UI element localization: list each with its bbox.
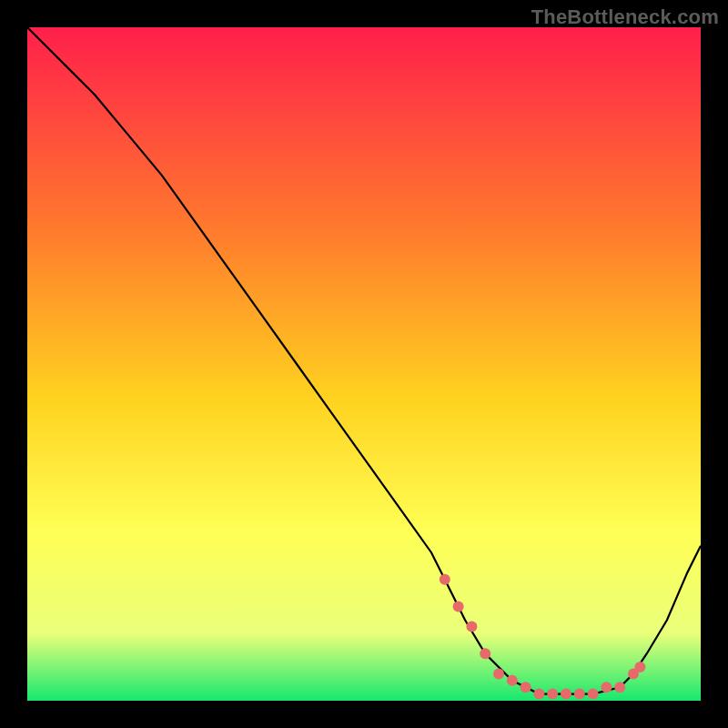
curve-dot xyxy=(440,574,450,585)
curve-dot xyxy=(601,682,612,693)
gradient-chart xyxy=(27,27,701,701)
curve-dot xyxy=(533,689,544,700)
curve-dot xyxy=(561,689,571,700)
watermark-text: TheBottleneck.com xyxy=(531,5,719,29)
curve-dot xyxy=(574,689,585,700)
curve-dot xyxy=(547,689,558,700)
curve-dot xyxy=(480,648,490,659)
chart-frame: TheBottleneck.com xyxy=(0,0,728,728)
curve-dot xyxy=(614,682,625,693)
curve-dot xyxy=(588,689,599,700)
gradient-background xyxy=(27,27,701,701)
curve-dot xyxy=(634,662,645,672)
curve-dot xyxy=(507,675,518,686)
curve-dot xyxy=(466,622,477,632)
curve-dot xyxy=(453,601,464,612)
curve-dot xyxy=(521,682,531,693)
curve-dot xyxy=(493,668,504,679)
